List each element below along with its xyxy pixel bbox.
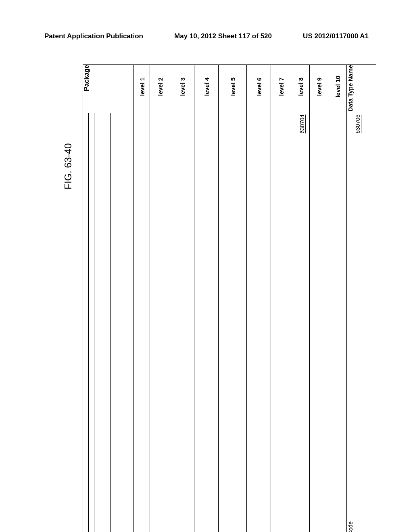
pkg-cell-b <box>89 113 94 532</box>
cell-ref: 630704 <box>298 114 305 133</box>
col-level-9: level 9 <box>310 65 328 113</box>
cell-l10 <box>328 113 347 532</box>
header-left: Patent Application Publication <box>44 32 143 40</box>
cell-l3 <box>170 113 194 532</box>
col-level-2: level 2 <box>150 65 170 113</box>
col-level-7: level 7 <box>271 65 291 113</box>
pkg-cell-a <box>83 113 89 532</box>
cell-text: BankContractFinancialConditionTypeUsageC… <box>347 522 354 532</box>
cell-dt: BankContractFinancialConditionTypeUsageC… <box>347 113 376 532</box>
cell-l7 <box>271 113 291 532</box>
header-mid: May 10, 2012 Sheet 117 of 520 <box>174 32 272 40</box>
col-level-4: level 4 <box>194 65 219 113</box>
pkg-cell-c <box>94 113 111 532</box>
page: Patent Application Publication May 10, 2… <box>0 0 413 532</box>
cell-l9 <box>310 113 328 532</box>
cell-ref: 630706 <box>354 114 361 133</box>
table-wrap: Package level 1 level 2 level 3 level 4 … <box>83 64 339 463</box>
cell-l8: BankContractFinancialConditionUsageCode … <box>291 113 310 532</box>
pkg-cell-d <box>111 113 134 532</box>
col-level-6: level 6 <box>247 65 271 113</box>
table-row: BankContractFinancialConditionUsageCode … <box>83 113 376 532</box>
col-level-3: level 3 <box>170 65 194 113</box>
cell-l5 <box>219 113 247 532</box>
data-table: Package level 1 level 2 level 3 level 4 … <box>83 64 376 532</box>
cell-l4 <box>194 113 219 532</box>
cell-l6 <box>247 113 271 532</box>
col-package: Package <box>83 65 134 113</box>
col-level-1: level 1 <box>134 65 150 113</box>
col-level-5: level 5 <box>219 65 247 113</box>
cell-l2 <box>150 113 170 532</box>
header-right: US 2012/0117000 A1 <box>303 32 369 40</box>
page-header: Patent Application Publication May 10, 2… <box>0 32 413 40</box>
col-data-type: Data Type Name <box>347 65 376 113</box>
col-level-8: level 8 <box>291 65 310 113</box>
col-level-10: level 10 <box>328 65 347 113</box>
cell-l1 <box>134 113 150 532</box>
figure-label: FIG. 63-40 <box>63 143 74 189</box>
